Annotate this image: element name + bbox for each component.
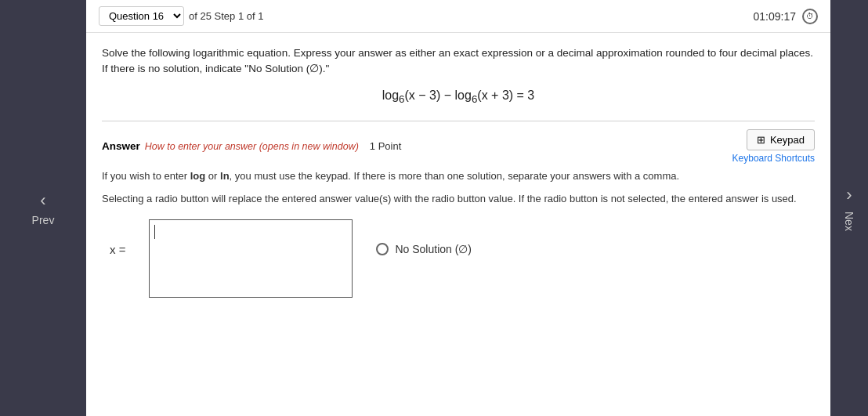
chevron-left-icon: ‹ — [40, 190, 45, 211]
cursor — [154, 225, 155, 239]
prev-label: Prev — [32, 214, 55, 226]
points-label: 1 Point — [370, 140, 401, 152]
timer-display: 01:09:17 — [754, 10, 797, 23]
equation-block: log6(x − 3) − log6(x + 3) = 3 — [102, 89, 815, 105]
keypad-button[interactable]: ⊞ Keypad — [747, 129, 815, 150]
main-content: Question 16 of 25 Step 1 of 1 01:09:17 ⏱… — [86, 0, 830, 416]
chevron-right-icon: › — [846, 185, 852, 205]
sidebar-right: › Nex — [830, 0, 868, 416]
question-text: Solve the following logarithmic equation… — [102, 45, 815, 78]
section-divider — [102, 121, 815, 121]
top-bar: Question 16 of 25 Step 1 of 1 01:09:17 ⏱ — [86, 0, 830, 33]
no-solution-option[interactable]: No Solution (∅) — [376, 219, 472, 255]
question-nav: Question 16 of 25 Step 1 of 1 — [99, 6, 263, 26]
question-dropdown[interactable]: Question 16 — [99, 6, 184, 26]
no-solution-radio[interactable] — [376, 243, 389, 255]
answer-input-box[interactable] — [149, 219, 353, 298]
next-label: Nex — [843, 212, 855, 231]
question-body: Solve the following logarithmic equation… — [86, 33, 830, 416]
no-solution-label: No Solution (∅) — [395, 243, 472, 255]
keypad-icon: ⊞ — [757, 134, 765, 146]
next-button[interactable]: › Nex — [843, 185, 855, 231]
answer-input-row: x = No Solution (∅) — [102, 219, 815, 298]
timer-icon: ⏱ — [802, 9, 818, 24]
answer-label: Answer — [102, 140, 140, 152]
timer-area: 01:09:17 ⏱ — [754, 9, 819, 24]
answer-header: AnswerHow to enter your answer (opens in… — [102, 129, 815, 164]
x-equals-label: x = — [110, 219, 125, 256]
prev-button[interactable]: ‹ Prev — [32, 190, 55, 226]
keyboard-shortcuts-link[interactable]: Keyboard Shortcuts — [732, 153, 815, 164]
keypad-button-label: Keypad — [770, 134, 805, 146]
sidebar-left: ‹ Prev — [0, 0, 86, 416]
question-info: of 25 Step 1 of 1 — [189, 10, 263, 22]
info-text-2: Selecting a radio button will replace th… — [102, 191, 815, 207]
answer-header-left: AnswerHow to enter your answer (opens in… — [102, 140, 401, 152]
how-to-link[interactable]: How to enter your answer (opens in new w… — [145, 141, 359, 152]
keypad-area: ⊞ Keypad Keyboard Shortcuts — [732, 129, 815, 164]
info-text-1: If you wish to enter log or ln, you must… — [102, 168, 815, 184]
